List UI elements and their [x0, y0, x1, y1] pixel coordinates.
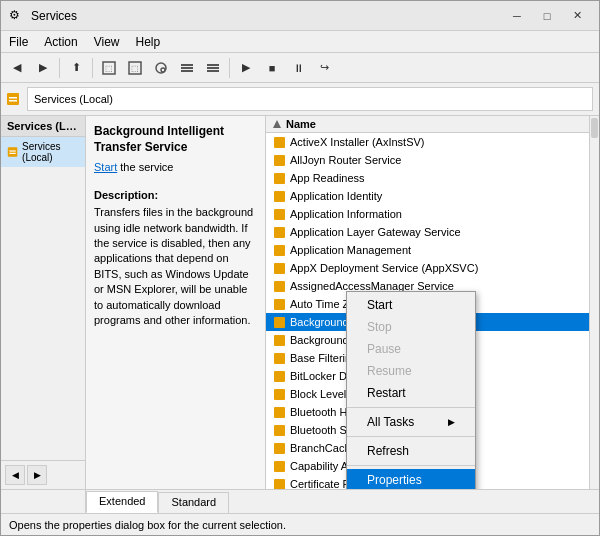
ctx-all-tasks[interactable]: All Tasks ▶	[347, 411, 475, 433]
ctx-arrow-icon: ▶	[448, 417, 455, 427]
service-icon	[272, 405, 286, 419]
svg-rect-34	[274, 407, 285, 418]
left-panel-item-services[interactable]: Services (Local)	[1, 137, 85, 167]
minimize-button[interactable]: ─	[503, 6, 531, 26]
service-name: Application Management	[290, 244, 411, 256]
tab-extended[interactable]: Extended	[86, 491, 158, 513]
svg-rect-25	[274, 245, 285, 256]
ctx-restart[interactable]: Restart	[347, 382, 475, 404]
tb-stop[interactable]: ■	[260, 56, 284, 80]
svg-rect-6	[181, 64, 193, 66]
service-icon	[272, 441, 286, 455]
tb-refresh1[interactable]: ⬚	[97, 56, 121, 80]
service-row[interactable]: AllJoyn Router Service	[266, 151, 589, 169]
tb-pause[interactable]: ⏸	[286, 56, 310, 80]
svg-rect-12	[7, 93, 19, 105]
service-icon	[272, 207, 286, 221]
tb-refresh2[interactable]: ⬚	[123, 56, 147, 80]
tb-forward[interactable]: ▶	[31, 56, 55, 80]
ctx-separator-2	[347, 436, 475, 437]
left-nav-arrows: ◀ ▶	[1, 460, 85, 489]
services-window: ⚙ Services ─ □ ✕ File Action View Help ◀…	[0, 0, 600, 536]
nav-left[interactable]: ◀	[5, 465, 25, 485]
description-title: Description:	[94, 189, 257, 201]
tb-filter[interactable]	[149, 56, 173, 80]
service-icon	[272, 423, 286, 437]
service-icon	[272, 333, 286, 347]
svg-rect-13	[9, 97, 17, 99]
service-row[interactable]: AppX Deployment Service (AppXSVC)	[266, 259, 589, 277]
ctx-refresh[interactable]: Refresh	[347, 440, 475, 462]
title-bar-controls: ─ □ ✕	[503, 6, 591, 26]
svg-rect-30	[274, 335, 285, 346]
address-bar-container: Services (Local)	[1, 83, 599, 116]
svg-rect-24	[274, 227, 285, 238]
service-icon	[272, 153, 286, 167]
service-row[interactable]: ActiveX Installer (AxInstSV)	[266, 133, 589, 151]
maximize-button[interactable]: □	[533, 6, 561, 26]
services-icon	[7, 145, 18, 159]
menu-action[interactable]: Action	[36, 31, 85, 52]
svg-rect-28	[274, 299, 285, 310]
tb-restart[interactable]: ↪	[312, 56, 336, 80]
tb-list1[interactable]	[175, 56, 199, 80]
detail-panel: Background Intelligent Transfer Service …	[86, 116, 266, 489]
service-icon	[272, 261, 286, 275]
svg-rect-38	[274, 479, 285, 490]
toolbar: ◀ ▶ ⬆ ⬚ ⬚ ▶ ■ ⏸ ↪	[1, 53, 599, 83]
ctx-stop: Stop	[347, 316, 475, 338]
menu-view[interactable]: View	[86, 31, 128, 52]
svg-rect-17	[9, 153, 15, 154]
ctx-start[interactable]: Start	[347, 294, 475, 316]
service-icon	[272, 171, 286, 185]
svg-rect-36	[274, 443, 285, 454]
tb-play[interactable]: ▶	[234, 56, 258, 80]
service-icon	[272, 351, 286, 365]
tb-back[interactable]: ◀	[5, 56, 29, 80]
nav-right[interactable]: ▶	[27, 465, 47, 485]
service-icon	[272, 243, 286, 257]
svg-rect-35	[274, 425, 285, 436]
main-panel: Background Intelligent Transfer Service …	[86, 116, 599, 489]
ctx-properties[interactable]: Properties	[347, 469, 475, 489]
tb-up[interactable]: ⬆	[64, 56, 88, 80]
service-icon	[272, 315, 286, 329]
menu-file[interactable]: File	[1, 31, 36, 52]
service-row[interactable]: Application Information	[266, 205, 589, 223]
svg-rect-27	[274, 281, 285, 292]
svg-rect-37	[274, 461, 285, 472]
service-icon	[272, 135, 286, 149]
menu-help[interactable]: Help	[128, 31, 169, 52]
service-icon	[272, 459, 286, 473]
svg-marker-18	[273, 120, 281, 128]
svg-rect-19	[274, 137, 285, 148]
svg-rect-8	[181, 70, 193, 72]
svg-rect-21	[274, 173, 285, 184]
service-row[interactable]: App Readiness	[266, 169, 589, 187]
svg-rect-32	[274, 371, 285, 382]
left-panel: Services (Loca… Services (Local) ◀ ▶	[1, 116, 86, 489]
svg-rect-9	[207, 64, 219, 66]
scrollbar-right[interactable]	[589, 116, 599, 489]
close-button[interactable]: ✕	[563, 6, 591, 26]
svg-rect-10	[207, 67, 219, 69]
svg-rect-20	[274, 155, 285, 166]
address-bar[interactable]: Services (Local)	[27, 87, 593, 111]
service-row[interactable]: Application Identity	[266, 187, 589, 205]
ctx-all-tasks-label: All Tasks	[367, 415, 414, 429]
services-list-header: Name	[266, 116, 589, 133]
tab-standard[interactable]: Standard	[158, 492, 229, 513]
start-service-link[interactable]: Start	[94, 161, 117, 173]
svg-rect-22	[274, 191, 285, 202]
tb-list2[interactable]	[201, 56, 225, 80]
status-bar: Opens the properties dialog box for the …	[1, 513, 599, 535]
column-name-header: Name	[286, 118, 316, 130]
svg-rect-7	[181, 67, 193, 69]
svg-rect-31	[274, 353, 285, 364]
service-row[interactable]: Application Layer Gateway Service	[266, 223, 589, 241]
menu-bar: File Action View Help	[1, 31, 599, 53]
start-service-text: the service	[117, 161, 173, 173]
service-row[interactable]: Application Management	[266, 241, 589, 259]
left-panel-item-label: Services (Local)	[22, 141, 79, 163]
service-name: AppX Deployment Service (AppXSVC)	[290, 262, 478, 274]
